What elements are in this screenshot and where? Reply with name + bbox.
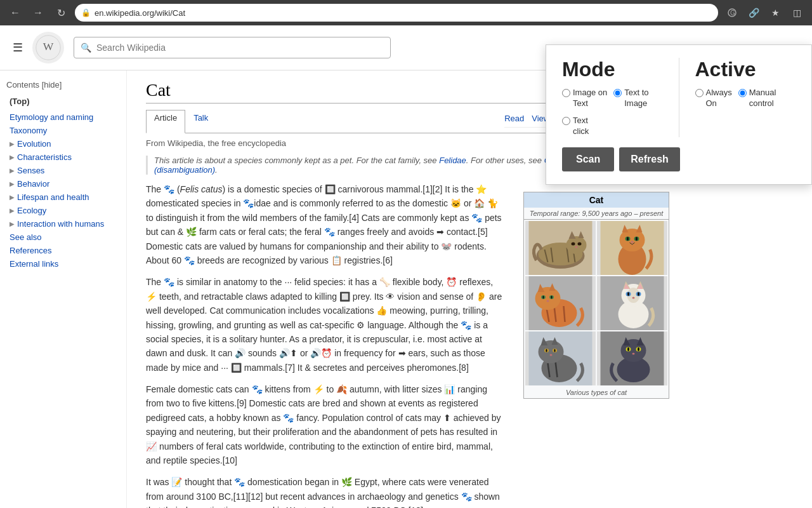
extensions-icon[interactable]: G xyxy=(723,4,741,22)
cat-image-3 xyxy=(525,276,596,330)
cat-image-2 xyxy=(597,221,667,275)
refresh-button[interactable]: Refresh xyxy=(619,147,680,171)
forward-button[interactable]: → xyxy=(29,4,47,22)
svg-point-51 xyxy=(638,292,639,296)
cat-image-5 xyxy=(525,331,596,385)
sidebar-item-lifespan[interactable]: ▶ Lifespan and health xyxy=(6,190,120,204)
mode-overlay: Mode Image onText Text toImage Textclick xyxy=(546,44,812,185)
expand-icon-senses: ▶ xyxy=(10,167,15,174)
sidebar-item-behavior[interactable]: ▶ Behavior xyxy=(6,177,120,190)
sidebar-item-taxonomy[interactable]: Taxonomy xyxy=(6,124,120,137)
cat-image-1 xyxy=(525,221,596,275)
mode-text-image-radio[interactable] xyxy=(613,89,622,97)
active-always-radio[interactable] xyxy=(695,89,704,97)
sidebar-item-top[interactable]: (Top) xyxy=(6,95,120,108)
sidebar: Contents [hide] (Top) Etymology and nami… xyxy=(0,70,127,508)
expand-icon-behavior: ▶ xyxy=(10,180,15,187)
active-manual-radio[interactable] xyxy=(738,89,747,97)
svg-point-63 xyxy=(554,349,555,352)
svg-text:W: W xyxy=(43,40,54,53)
active-section: Active AlwaysOn Manualcontrol xyxy=(695,58,796,109)
infobox-subtitle: Temporal range: 9,500 years ago – presen… xyxy=(524,208,669,220)
bookmark-icon[interactable]: ★ xyxy=(766,4,784,22)
hamburger-menu[interactable]: ☰ xyxy=(13,41,23,55)
sidebar-item-interaction[interactable]: ▶ Interaction with humans xyxy=(6,217,120,231)
para-1: The 🐾 (Felis catus) is a domestic specie… xyxy=(146,182,504,267)
infobox-caption: Various types of cat xyxy=(524,387,669,398)
svg-point-26 xyxy=(631,241,634,243)
svg-point-24 xyxy=(627,237,629,241)
browser-actions: G 🔗 ★ ◫ xyxy=(723,4,806,22)
page-wrapper: ☰ W 🔍 Contents [hide] (Top) Etymology an… xyxy=(0,25,812,508)
mode-text-image-label: Text toImage xyxy=(624,88,648,109)
para-2: The 🐾 is similar in anatomy to the ··· f… xyxy=(146,275,504,375)
felidae-link[interactable]: Felidae xyxy=(439,156,466,165)
infobox-area: Cat Temporal range: 9,500 years ago – pr… xyxy=(514,182,679,508)
svg-point-62 xyxy=(546,349,547,352)
active-manual-option[interactable]: Manualcontrol xyxy=(738,88,776,109)
expand-icon: ▶ xyxy=(10,140,15,147)
sidebar-item-references[interactable]: References xyxy=(6,244,120,257)
tab-talk[interactable]: Talk xyxy=(185,110,216,133)
svg-point-73 xyxy=(638,347,639,351)
sidebar-item-seealso[interactable]: See also xyxy=(6,231,120,244)
sidebar-item-etymology[interactable]: Etymology and naming xyxy=(6,110,120,124)
share-icon[interactable]: 🔗 xyxy=(745,4,763,22)
mode-options: Image onText Text toImage Textclick xyxy=(562,88,663,137)
active-title: Active xyxy=(695,58,796,81)
tab-article[interactable]: Article xyxy=(146,110,185,133)
sidebar-item-characteristics[interactable]: ▶ Characteristics xyxy=(6,150,120,164)
para-4: It was 📝 thought that 🐾 domestication be… xyxy=(146,475,504,508)
mode-image-text-option[interactable]: Image onText xyxy=(562,88,607,109)
svg-point-15 xyxy=(578,243,582,246)
mode-text-click-option[interactable]: Textclick xyxy=(562,116,589,137)
active-manual-label: Manualcontrol xyxy=(749,88,776,109)
svg-point-11 xyxy=(566,236,587,254)
wiki-logo: W xyxy=(32,32,64,64)
read-link[interactable]: Read xyxy=(504,114,524,123)
infobox-title: Cat xyxy=(524,192,669,208)
search-bar[interactable]: 🔍 xyxy=(74,37,391,58)
back-button[interactable]: ← xyxy=(6,4,24,22)
mode-text-click-label: Textclick xyxy=(573,116,589,137)
svg-point-50 xyxy=(627,292,629,296)
svg-point-38 xyxy=(551,296,552,299)
svg-point-64 xyxy=(550,354,553,356)
expand-icon-lifespan: ▶ xyxy=(10,194,15,201)
mode-text-click-radio[interactable] xyxy=(562,117,570,125)
svg-point-25 xyxy=(636,237,638,241)
overlay-top-row: Mode Image onText Text toImage Textclick xyxy=(562,58,796,137)
mode-text-image-option[interactable]: Text toImage xyxy=(613,88,648,109)
active-always-option[interactable]: AlwaysOn xyxy=(695,88,732,109)
mode-section: Mode Image onText Text toImage Textclick xyxy=(562,58,663,137)
svg-point-52 xyxy=(632,297,635,299)
reload-button[interactable]: ↻ xyxy=(52,4,70,22)
search-icon: 🔍 xyxy=(81,43,91,53)
overlay-divider xyxy=(679,58,679,137)
expand-icon-chars: ▶ xyxy=(10,154,15,161)
extensions-btn[interactable]: ◫ xyxy=(788,4,806,22)
mode-image-text-label: Image onText xyxy=(573,88,607,109)
sidebar-item-senses[interactable]: ▶ Senses xyxy=(6,164,120,177)
mode-image-text-radio[interactable] xyxy=(562,89,570,97)
article-with-infobox: The 🐾 (Felis catus) is a domestic specie… xyxy=(146,182,679,508)
svg-point-39 xyxy=(547,300,549,302)
sidebar-item-evolution[interactable]: ▶ Evolution xyxy=(6,137,120,150)
active-always-label: AlwaysOn xyxy=(706,88,732,109)
expand-icon-ecology: ▶ xyxy=(10,207,15,214)
active-options: AlwaysOn Manualcontrol xyxy=(695,88,796,109)
sidebar-contents-title: Contents [hide] xyxy=(6,80,120,90)
browser-chrome: ← → ↻ 🔒 en.wikipedia.org/wiki/Cat G 🔗 ★ … xyxy=(0,0,812,25)
overlay-buttons: Scan Refresh xyxy=(562,147,796,171)
svg-point-74 xyxy=(632,353,635,355)
sidebar-item-external[interactable]: External links xyxy=(6,257,120,271)
sidebar-item-ecology[interactable]: ▶ Ecology xyxy=(6,204,120,217)
address-text: en.wikipedia.org/wiki/Cat xyxy=(95,8,185,18)
mode-title: Mode xyxy=(562,58,663,81)
search-input[interactable] xyxy=(96,43,384,53)
scan-button[interactable]: Scan xyxy=(562,147,614,171)
address-bar: 🔒 en.wikipedia.org/wiki/Cat xyxy=(75,4,718,22)
lock-icon: 🔒 xyxy=(81,8,91,17)
para-3: Female domestic cats can 🐾 kittens from … xyxy=(146,382,504,467)
infobox: Cat Temporal range: 9,500 years ago – pr… xyxy=(523,192,669,399)
